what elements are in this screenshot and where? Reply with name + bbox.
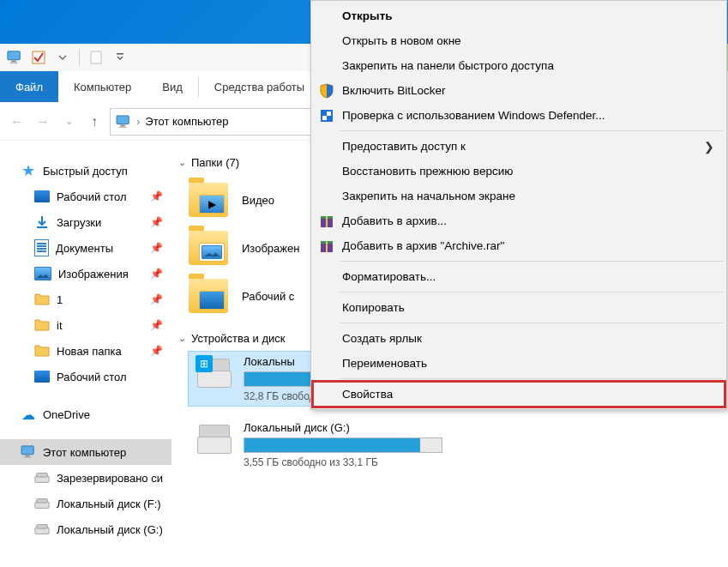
nav-back-button[interactable]: ← xyxy=(7,112,27,132)
folder-icon xyxy=(34,343,50,359)
pin-icon: 📌 xyxy=(150,242,163,254)
svg-rect-16 xyxy=(37,499,48,504)
nav-desktop-2-label: Рабочий стол xyxy=(57,371,127,383)
ctx-bitlocker[interactable]: Включить BitLocker xyxy=(313,78,725,103)
ctx-restore-previous[interactable]: Восстановить прежнюю версию xyxy=(313,159,725,184)
group-devices-label: Устройства и диск xyxy=(191,332,286,345)
svg-rect-12 xyxy=(24,456,32,458)
ctx-defender[interactable]: Проверка с использованием Windows Defend… xyxy=(313,103,725,128)
ctx-pin-start-label: Закрепить на начальном экране xyxy=(342,190,515,202)
ctx-add-archive-rar-label: Добавить в архив "Archive.rar" xyxy=(342,239,504,252)
svg-rect-25 xyxy=(326,216,328,227)
nav-reserved[interactable]: Зарезервировано си xyxy=(0,465,171,491)
ctx-open[interactable]: Открыть xyxy=(313,3,725,28)
star-icon: ★ xyxy=(21,163,36,178)
breadcrumb-sep-icon: › xyxy=(136,115,140,128)
folder-icon xyxy=(189,231,228,265)
onedrive-icon: ☁ xyxy=(21,407,36,422)
nav-recent-button[interactable]: ⌄ xyxy=(58,112,79,132)
ctx-open-new-label: Открыть в новом окне xyxy=(342,34,461,47)
tab-drive-tools-label: Средства работы xyxy=(214,81,304,93)
nav-documents-label: Документы xyxy=(56,242,113,255)
tab-computer[interactable]: Компьютер xyxy=(58,71,147,102)
folder-icon xyxy=(189,279,228,313)
svg-rect-6 xyxy=(117,115,129,124)
tab-drive-tools[interactable]: Средства работы xyxy=(199,71,320,102)
nav-forward-button[interactable]: → xyxy=(33,112,53,132)
nav-local-f[interactable]: Локальный диск (F:) xyxy=(0,491,171,516)
pin-icon: 📌 xyxy=(150,268,163,280)
drive-g[interactable]: Локальный диск (G:) 3,55 ГБ свободно из … xyxy=(189,418,448,472)
nav-desktop-label: Рабочий стол xyxy=(57,190,127,203)
nav-onedrive-label: OneDrive xyxy=(43,408,90,421)
ctx-separator xyxy=(340,292,723,293)
ctx-add-archive[interactable]: Добавить в архив... xyxy=(313,208,725,233)
ctx-share[interactable]: Предоставить доступ к ❯ xyxy=(313,134,725,159)
winrar-icon xyxy=(318,238,335,255)
tab-view[interactable]: Вид xyxy=(147,71,198,102)
checkbox-icon[interactable] xyxy=(31,50,46,65)
nav-pictures[interactable]: Изображения 📌 xyxy=(0,261,171,287)
ctx-format[interactable]: Форматировать... xyxy=(313,264,725,289)
svg-rect-4 xyxy=(91,51,101,63)
svg-rect-28 xyxy=(326,241,328,252)
nav-desktop-2[interactable]: Рабочий стол xyxy=(0,364,171,389)
folder-desktop-label: Рабочий с xyxy=(242,290,294,303)
ctx-separator xyxy=(340,378,723,379)
ctx-properties[interactable]: Свойства xyxy=(313,382,725,407)
svg-rect-14 xyxy=(37,474,48,478)
pictures-icon xyxy=(34,267,51,280)
nav-desktop[interactable]: Рабочий стол 📌 xyxy=(0,184,171,209)
pin-icon: 📌 xyxy=(150,190,163,202)
nav-folder-it[interactable]: it 📌 xyxy=(0,312,171,338)
svg-rect-0 xyxy=(8,51,20,60)
drive-g-name: Локальный диск (G:) xyxy=(244,421,442,434)
svg-rect-2 xyxy=(10,62,18,63)
folder-images-label: Изображен xyxy=(242,242,299,255)
ctx-rename[interactable]: Переименовать xyxy=(313,351,725,376)
ctx-pin-quick-access[interactable]: Закрепить на панели быстрого доступа xyxy=(313,53,725,78)
winrar-icon xyxy=(318,213,335,230)
nav-onedrive[interactable]: ☁ OneDrive xyxy=(0,401,171,427)
nav-this-pc[interactable]: Этот компьютер xyxy=(0,439,171,465)
svg-rect-21 xyxy=(322,112,327,116)
nav-local-f-label: Локальный диск (F:) xyxy=(57,498,161,510)
tab-file[interactable]: Файл xyxy=(0,71,58,102)
nav-quick-access[interactable]: ★ Быстрый доступ xyxy=(0,158,171,184)
page-icon[interactable] xyxy=(88,50,104,65)
ctx-copy[interactable]: Копировать xyxy=(313,295,725,320)
pin-icon: 📌 xyxy=(150,293,163,305)
ctx-create-shortcut[interactable]: Создать ярлык xyxy=(313,326,725,351)
nav-downloads-label: Загрузки xyxy=(57,216,101,229)
drive-icon: ⊞ xyxy=(194,355,233,388)
breadcrumb-location[interactable]: Этот компьютер xyxy=(145,115,228,128)
drive-icon xyxy=(34,522,50,537)
document-icon xyxy=(34,239,49,256)
nav-folder-1[interactable]: 1 📌 xyxy=(0,287,171,312)
group-folders-label: Папки (7) xyxy=(191,156,239,169)
nav-documents[interactable]: Документы 📌 xyxy=(0,235,171,261)
nav-local-g[interactable]: Локальный диск (G:) xyxy=(0,516,171,542)
nav-downloads[interactable]: Загрузки 📌 xyxy=(0,209,171,235)
tab-view-label: Вид xyxy=(162,81,183,93)
nav-folder-new[interactable]: Новая папка 📌 xyxy=(0,338,171,364)
svg-rect-7 xyxy=(120,124,124,126)
pin-icon: 📌 xyxy=(150,319,163,331)
qat-more-icon[interactable] xyxy=(112,50,128,65)
dropdown-icon[interactable] xyxy=(55,50,70,65)
svg-rect-22 xyxy=(327,116,331,120)
ctx-separator xyxy=(340,323,723,323)
ctx-pin-start[interactable]: Закрепить на начальном экране xyxy=(313,184,725,208)
context-menu: Открыть Открыть в новом окне Закрепить н… xyxy=(310,0,727,410)
ctx-add-archive-rar[interactable]: Добавить в архив "Archive.rar" xyxy=(313,233,725,258)
ctx-share-label: Предоставить доступ к xyxy=(342,140,466,153)
ctx-open-new-window[interactable]: Открыть в новом окне xyxy=(313,28,725,53)
nav-up-button[interactable]: ↑ xyxy=(84,112,105,132)
ctx-open-label: Открыть xyxy=(342,9,393,22)
folder-icon: ▶ xyxy=(189,183,228,217)
nav-folder-it-label: it xyxy=(57,319,63,332)
folder-icon xyxy=(34,317,50,333)
svg-rect-18 xyxy=(37,525,48,529)
pin-icon: 📌 xyxy=(150,216,163,228)
nav-this-pc-label: Этот компьютер xyxy=(43,446,126,459)
